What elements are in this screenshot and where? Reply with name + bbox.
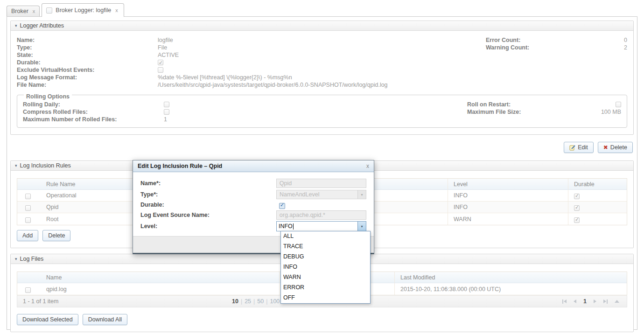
durable-label: Durable: (17, 59, 158, 66)
logger-attributes-section: ▾ Logger Attributes Name:logfile Type:Fi… (10, 21, 634, 135)
exclude-virtualhost-events-checkbox (158, 67, 163, 73)
file-name-value: /Users/keith/src/qpid-java/systests/targ… (158, 81, 388, 89)
delete-rule-button-label: Delete (48, 232, 65, 239)
tab-broker-label: Broker (11, 8, 28, 14)
add-rule-button[interactable]: Add (17, 230, 38, 241)
maximum-file-size-value: 100 MB (601, 108, 621, 116)
logger-action-row: Edit ✖ Delete (11, 142, 633, 153)
type-label: Type: (17, 44, 158, 51)
maximum-number-of-rolled-files-label: Maximum Number of Rolled Files: (23, 116, 164, 123)
rolling-options-fieldset: Rolling Options Rolling Daily: Compress … (17, 95, 627, 128)
level-option-warn[interactable]: WARN (281, 272, 370, 283)
name-label: Name: (17, 36, 158, 44)
delete-button[interactable]: ✖ Delete (598, 142, 633, 153)
tab-broker[interactable]: Broker x (7, 6, 40, 17)
page-size-50[interactable]: 50 (257, 298, 264, 305)
download-selected-label: Download Selected (22, 316, 73, 323)
level-option-info[interactable]: INFO (281, 262, 370, 272)
rolling-options-legend: Rolling Options (24, 93, 72, 100)
row-checkbox[interactable] (25, 287, 31, 293)
durable-cell-checkbox (574, 217, 580, 223)
type-value: File (158, 44, 167, 51)
durable-cell-checkbox (574, 205, 580, 211)
dialog-title-bar[interactable]: Edit Log Inclusion Rule – Qpid x (133, 160, 374, 172)
level-option-debug[interactable]: DEBUG (281, 252, 370, 262)
dialog-log-event-source-name-field: org.apache.qpid.* (276, 210, 366, 220)
dialog-close-icon[interactable]: x (366, 163, 369, 169)
file-name-label: File Name: (17, 81, 158, 89)
rolling-daily-checkbox (164, 102, 169, 107)
file-name-cell: qpid.log (39, 286, 280, 292)
row-checkbox[interactable] (25, 217, 31, 223)
name-value: logfile (158, 36, 173, 44)
dialog-level-label: Level: (140, 223, 276, 230)
level-option-trace[interactable]: TRACE (281, 242, 370, 252)
logger-attributes-header[interactable]: ▾ Logger Attributes (11, 21, 633, 31)
compress-rolled-files-label: Compress Rolled Files: (23, 108, 164, 116)
durable-cell-checkbox (574, 194, 580, 199)
level-option-all[interactable]: ALL (281, 231, 370, 242)
collapse-arrow-icon: ▾ (15, 161, 17, 170)
log-files-title: Log Files (20, 254, 44, 264)
warning-count-value: 2 (624, 44, 627, 51)
exclude-virtualhost-events-label: Exclude VirtualHost Events: (17, 66, 158, 74)
compress-rolled-files-checkbox (164, 109, 169, 115)
tab-broker-logger-logfile[interactable]: Broker Logger: logfile x (42, 3, 124, 17)
next-page-icon[interactable] (594, 299, 596, 303)
last-page-icon[interactable] (603, 299, 608, 304)
state-value: ACTIVE (158, 51, 179, 59)
dialog-name-label: Name*: (140, 180, 276, 187)
roll-on-restart-checkbox (616, 102, 621, 107)
edit-button-label: Edit (578, 144, 588, 151)
maximum-number-of-rolled-files-value: 1 (164, 116, 167, 123)
dialog-log-event-source-name-label: Log Event Source Name: (140, 212, 276, 218)
page-size-10[interactable]: 10 (232, 298, 238, 305)
row-checkbox[interactable] (25, 194, 31, 199)
pagination-summary: 1 - 1 of 1 item (23, 298, 58, 305)
delete-button-label: Delete (610, 144, 627, 151)
previous-page-icon[interactable] (574, 299, 576, 303)
page-size-100[interactable]: 100 (270, 298, 280, 305)
level-option-error[interactable]: ERROR (281, 283, 370, 293)
download-selected-button[interactable]: Download Selected (17, 314, 78, 325)
dialog-durable-label: Durable: (140, 202, 279, 208)
log-message-format-value: %date %-5level [%thread] \(%logger{2}\) … (158, 74, 292, 81)
collapse-arrow-icon: ▾ (15, 21, 17, 30)
tab-bar: Broker x Broker Logger: logfile x (0, 0, 644, 16)
state-label: State: (17, 51, 158, 59)
close-icon[interactable]: x (33, 8, 35, 14)
dialog-type-select: NameAndLevel▾ (276, 190, 366, 199)
delete-rule-button[interactable]: Delete (42, 230, 70, 241)
file-name-column-header[interactable]: Name (39, 274, 280, 281)
scroll-top-icon[interactable] (615, 300, 619, 303)
rolling-daily-label: Rolling Daily: (23, 101, 164, 108)
chevron-down-icon: ▾ (357, 190, 366, 199)
first-page-icon[interactable] (562, 299, 567, 304)
page-size-25[interactable]: 25 (245, 298, 251, 305)
level-column-header[interactable]: Level (448, 179, 568, 189)
tab-icon (46, 7, 52, 14)
row-checkbox[interactable] (25, 205, 31, 211)
download-all-button[interactable]: Download All (83, 314, 127, 325)
error-count-value: 0 (624, 36, 627, 44)
rolling-options-left: Rolling Daily: Compress Rolled Files: Ma… (23, 101, 169, 123)
level-cell: INFO (448, 190, 568, 201)
dialog-type-label: Type*: (140, 191, 276, 198)
close-icon[interactable]: x (115, 7, 118, 13)
edit-icon (569, 145, 575, 151)
level-option-off[interactable]: OFF (281, 293, 370, 303)
durable-column-header[interactable]: Durable (568, 179, 627, 189)
level-cell: WARN (448, 213, 568, 225)
maximum-file-size-label: Maximum File Size: (467, 108, 521, 116)
chevron-down-icon[interactable]: ▾ (357, 222, 366, 231)
dialog-type-value: NameAndLevel (277, 190, 357, 199)
dialog-level-combobox[interactable]: INFO ▾ (276, 221, 366, 231)
log-message-format-label: Log Message Format: (17, 74, 158, 81)
attributes-right-column: Error Count:0 Warning Count:2 (486, 36, 627, 89)
edit-button[interactable]: Edit (564, 142, 594, 153)
logger-attributes-title: Logger Attributes (20, 21, 64, 30)
error-count-label: Error Count: (486, 36, 520, 44)
last-modified-column-header[interactable]: Last Modified (394, 272, 627, 283)
dialog-durable-checkbox[interactable] (279, 203, 285, 209)
warning-count-label: Warning Count: (486, 44, 529, 51)
